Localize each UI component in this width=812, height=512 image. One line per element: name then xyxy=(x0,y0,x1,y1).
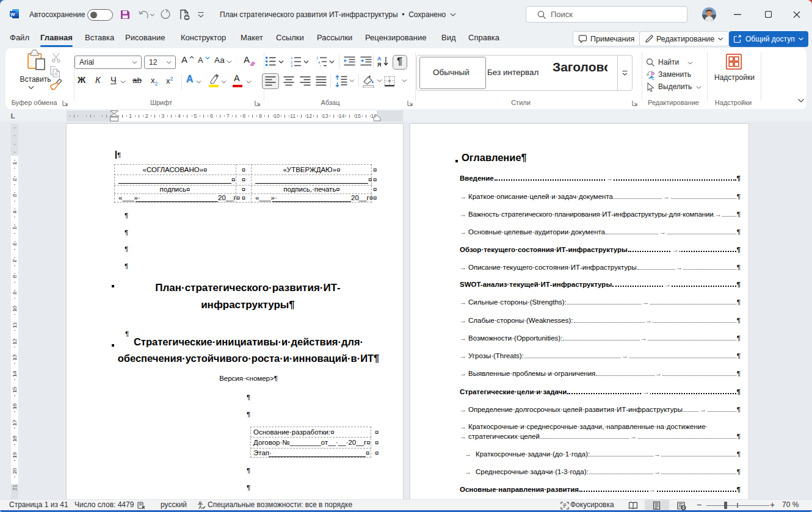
svg-text:1: 1 xyxy=(316,56,319,60)
svg-text:А: А xyxy=(377,56,382,62)
svg-text:3: 3 xyxy=(291,64,293,67)
svg-text:W: W xyxy=(10,12,15,17)
svg-text:2: 2 xyxy=(291,60,293,64)
svg-text:a: a xyxy=(318,60,321,64)
svg-text:Я: Я xyxy=(377,62,381,68)
svg-text:1: 1 xyxy=(291,56,293,60)
svg-text:i: i xyxy=(320,64,321,67)
